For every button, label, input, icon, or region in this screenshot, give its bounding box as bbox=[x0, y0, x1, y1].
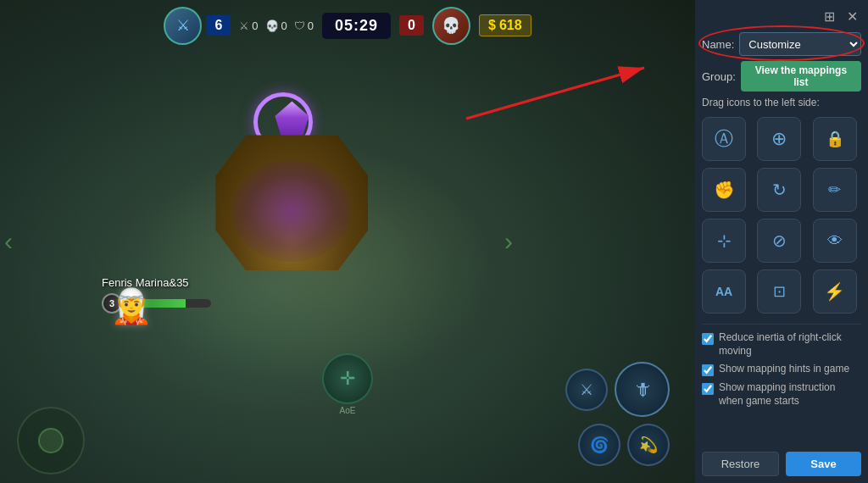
mapping-icon-crosshair[interactable]: ⊹ bbox=[702, 219, 746, 263]
skill-row-2: 🌀 💫 bbox=[578, 424, 670, 466]
player-avatar: ⚔ bbox=[164, 7, 202, 45]
lock-icon: 🔒 bbox=[826, 130, 844, 148]
assists-value: 0 bbox=[308, 19, 314, 32]
name-row: Name: Customize bbox=[702, 32, 861, 56]
kills-stat: ⚔ 0 bbox=[239, 19, 258, 32]
blue-score: 6 bbox=[206, 15, 231, 36]
show-hints-checkbox[interactable] bbox=[702, 364, 714, 376]
move-icon: ⊕ bbox=[771, 128, 787, 150]
icon-grid: Ⓐ ⊕ 🔒 ✊ ↻ ✏ ⊹ ⊘ 👁 AA ⊡ bbox=[702, 114, 861, 317]
right-skills: ⚔ 🗡 🌀 💫 bbox=[565, 362, 670, 466]
grab-icon: ✊ bbox=[714, 180, 735, 200]
deaths-stat: 💀 0 bbox=[265, 19, 287, 32]
name-select[interactable]: Customize bbox=[739, 32, 861, 56]
mapping-icon-screenshot[interactable]: ⊡ bbox=[757, 269, 801, 314]
hud-stats: ⚔ 0 💀 0 🛡 0 bbox=[239, 19, 314, 32]
game-timer: 05:29 bbox=[322, 13, 391, 39]
bottom-skill-area: ✛ AoE bbox=[322, 353, 373, 415]
AA-icon: AA bbox=[715, 285, 732, 298]
red-score: 0 bbox=[399, 15, 424, 36]
tower-structure bbox=[215, 135, 368, 270]
eye-icon: 👁 bbox=[827, 232, 843, 250]
ban-icon: ⊘ bbox=[772, 230, 787, 251]
left-arrow[interactable]: ‹ bbox=[4, 227, 13, 256]
enemy-avatar: 💀 bbox=[432, 7, 470, 45]
save-button[interactable]: Save bbox=[786, 452, 861, 476]
bottom-ui: ✛ AoE ⚔ 🗡 🌀 💫 bbox=[0, 362, 695, 475]
sword-icon: ⚔ bbox=[239, 19, 249, 32]
deaths-value: 0 bbox=[281, 19, 287, 32]
screenshot-icon: ⊡ bbox=[773, 282, 786, 301]
name-label: Name: bbox=[702, 38, 734, 51]
divider-1 bbox=[702, 324, 861, 325]
bolt-icon: ⚡ bbox=[824, 281, 845, 302]
skill-4[interactable]: 🌀 bbox=[578, 424, 620, 466]
panel-topbar: ⊞ ✕ bbox=[702, 7, 861, 25]
assists-stat: 🛡 0 bbox=[294, 19, 314, 32]
group-row: Group: View the mappings list bbox=[702, 61, 861, 92]
panel-menu-button[interactable]: ⊞ bbox=[820, 7, 838, 25]
joystick[interactable] bbox=[17, 407, 85, 475]
view-mappings-button[interactable]: View the mappings list bbox=[741, 61, 861, 92]
joystick-inner bbox=[38, 428, 64, 453]
bottom-buttons: Restore Save bbox=[702, 452, 861, 476]
mapping-icon-move[interactable]: ⊕ bbox=[757, 117, 801, 161]
show-hints-label: Show mapping hints in game bbox=[719, 363, 849, 376]
mapping-icon-ban[interactable]: ⊘ bbox=[757, 219, 801, 263]
tower-glow bbox=[232, 160, 351, 262]
show-instruction-label: Show mapping instruction when game start… bbox=[719, 381, 861, 408]
name-select-wrapper: Customize bbox=[739, 32, 861, 56]
right-arrow[interactable]: › bbox=[504, 227, 513, 256]
mapping-icon-pen[interactable]: ✏ bbox=[813, 168, 857, 212]
hud-left-team: ⚔ 6 bbox=[164, 7, 231, 45]
pen-icon: ✏ bbox=[828, 180, 841, 199]
mapping-icon-AA[interactable]: AA bbox=[702, 269, 746, 314]
tower-base bbox=[215, 135, 368, 270]
mapping-icon-repeat[interactable]: ↻ bbox=[757, 168, 801, 212]
kills-value: 0 bbox=[252, 19, 258, 32]
show-instruction-checkbox[interactable] bbox=[702, 383, 714, 395]
gold-display: $ 618 bbox=[479, 14, 531, 36]
restore-button[interactable]: Restore bbox=[702, 452, 779, 476]
character-sprite: 🧝 bbox=[110, 286, 153, 326]
gold-value: 618 bbox=[499, 18, 522, 33]
skull-icon: 💀 bbox=[265, 19, 279, 32]
A-icon: Ⓐ bbox=[715, 126, 733, 152]
group-label: Group: bbox=[702, 70, 736, 83]
mapping-icon-eye[interactable]: 👁 bbox=[813, 219, 857, 263]
checkbox-row-2: Show mapping hints in game bbox=[702, 363, 861, 376]
right-panel: ⊞ ✕ Name: Customize Group: View the mapp… bbox=[695, 0, 868, 483]
mapping-icon-A[interactable]: Ⓐ bbox=[702, 117, 746, 161]
skill-3[interactable]: ⚔ bbox=[565, 369, 608, 411]
drag-label: Drag icons to the left side: bbox=[702, 97, 861, 108]
aoe-label: AoE bbox=[322, 406, 373, 415]
checkbox-row-3: Show mapping instruction when game start… bbox=[702, 381, 861, 408]
mapping-icon-lock[interactable]: 🔒 bbox=[813, 117, 857, 161]
shield-icon: 🛡 bbox=[294, 19, 305, 32]
mapping-icon-grab[interactable]: ✊ bbox=[702, 168, 746, 212]
crosshair-icon: ⊹ bbox=[717, 230, 732, 251]
skill-1[interactable]: 🗡 bbox=[615, 362, 670, 417]
aoe-skill-btn[interactable]: ✛ bbox=[322, 353, 373, 404]
hud-top: ⚔ 6 ⚔ 0 💀 0 🛡 0 05:29 0 💀 $ 618 bbox=[0, 0, 695, 51]
game-area: ⚔ 6 ⚔ 0 💀 0 🛡 0 05:29 0 💀 $ 618 bbox=[0, 0, 695, 483]
mapping-icon-bolt[interactable]: ⚡ bbox=[813, 269, 857, 314]
reduce-inertia-label: Reduce inertia of right-click moving bbox=[719, 331, 861, 358]
gold-icon: $ bbox=[488, 18, 496, 33]
repeat-icon: ↻ bbox=[772, 180, 787, 200]
skill-row-1: ⚔ 🗡 bbox=[565, 362, 670, 417]
checkbox-row-1: Reduce inertia of right-click moving bbox=[702, 331, 861, 358]
reduce-inertia-checkbox[interactable] bbox=[702, 333, 714, 345]
skill-2[interactable]: 💫 bbox=[627, 424, 670, 466]
panel-close-button[interactable]: ✕ bbox=[843, 7, 861, 25]
